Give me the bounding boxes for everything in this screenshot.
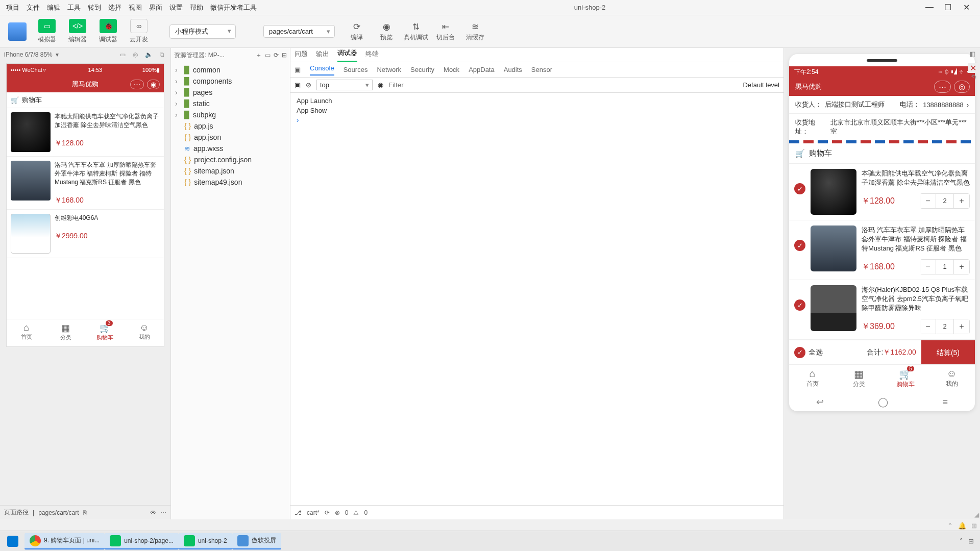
file-node[interactable]: ≋app.wxss <box>171 143 290 154</box>
debugger-button[interactable]: 🐞调试器 <box>93 19 124 44</box>
eye-icon[interactable]: 👁 <box>150 509 156 516</box>
tab-item[interactable]: ▦分类 <box>836 365 882 393</box>
realdevice-button[interactable]: ⇅真机调试 <box>401 21 431 42</box>
output-tab[interactable]: 输出 <box>316 49 329 62</box>
log-level-select[interactable]: Default level <box>743 81 779 89</box>
more-icon[interactable]: ⋯ <box>160 509 166 516</box>
target-capsule-icon[interactable]: ◎ <box>954 81 970 93</box>
decrement-button[interactable]: − <box>920 319 936 334</box>
file-node[interactable]: { }sitemap.json <box>171 165 290 177</box>
mute-icon[interactable]: ◎ <box>131 51 140 58</box>
expand-icon[interactable]: ⌃ <box>947 522 953 530</box>
copy-icon[interactable]: ⎘ <box>83 509 87 516</box>
tab-item[interactable]: 🛒购物车5 <box>882 365 928 393</box>
taskbar-item[interactable]: 傲软投屏 <box>232 533 281 549</box>
output-tab[interactable]: 问题 <box>295 49 308 62</box>
new-folder-icon[interactable]: ▭ <box>265 52 271 59</box>
tab-item[interactable]: ☺我的 <box>125 319 164 346</box>
select-all-checkbox[interactable]: ✓ <box>794 347 805 358</box>
preview-button[interactable]: ◉预览 <box>372 21 401 42</box>
output-tab[interactable]: 调试器 <box>337 48 357 62</box>
menu-capsule-icon[interactable]: ⋯ <box>130 80 144 89</box>
menu-item[interactable]: 文件 <box>27 3 40 12</box>
devtools-tab[interactable]: Audits <box>504 66 522 73</box>
increment-button[interactable]: + <box>954 194 969 208</box>
item-checkbox[interactable]: ✓ <box>794 299 805 311</box>
console-prompt[interactable]: › <box>297 115 777 125</box>
back-nav-icon[interactable]: ↩ <box>816 396 824 408</box>
file-node[interactable]: { }project.config.json <box>171 154 290 165</box>
folder-node[interactable]: ›▉pages <box>171 87 290 98</box>
window-button[interactable]: — <box>923 3 936 12</box>
tab-item[interactable]: ⌂首页 <box>7 319 46 346</box>
layout-icon[interactable]: ⊞ <box>971 522 977 530</box>
decrement-button[interactable]: − <box>920 194 936 208</box>
file-node[interactable]: { }sitemap49.json <box>171 177 290 188</box>
tab-item[interactable]: ▦分类 <box>46 319 85 346</box>
page-select[interactable]: pages/cart/cart <box>263 25 335 38</box>
branch-icon[interactable]: ⎇ <box>295 509 302 516</box>
menu-item[interactable]: 工具 <box>67 3 81 12</box>
compile-button[interactable]: ⟳编译 <box>342 21 372 42</box>
devtools-tab[interactable]: Network <box>377 66 401 73</box>
live-icon[interactable]: ◉ <box>378 81 383 89</box>
menu-item[interactable]: 设置 <box>169 3 183 12</box>
taskbar-item[interactable]: 9. 购物车页面 | uni... <box>24 533 105 549</box>
taskbar-item[interactable]: uni-shop-2 <box>179 533 232 549</box>
devtools-tab[interactable]: Mock <box>444 66 459 73</box>
menu-item[interactable]: 帮助 <box>190 3 203 12</box>
refresh-icon[interactable]: ⟳ <box>274 52 279 59</box>
cart-item[interactable]: 本驰太阳能供电车载空气净化器负离子加湿香薰 除尘去异味清洁空气黑色 ￥128.0… <box>7 108 164 157</box>
devtools-tab[interactable]: Security <box>410 66 434 73</box>
editor-button[interactable]: </>编辑器 <box>62 19 93 44</box>
menu-item[interactable]: 视图 <box>129 3 142 12</box>
resize-handle-icon[interactable]: ◢ <box>974 511 979 518</box>
rotate-icon[interactable]: ▭ <box>118 51 128 58</box>
devtools-tab[interactable]: Sources <box>344 66 368 73</box>
close-capsule-icon[interactable]: ◉ <box>147 80 160 89</box>
decrement-button[interactable]: − <box>920 260 936 274</box>
item-checkbox[interactable]: ✓ <box>794 183 805 194</box>
menu-item[interactable]: 界面 <box>149 3 162 12</box>
inspect-icon[interactable]: ▣ <box>295 81 301 89</box>
cache-button[interactable]: ≋清缓存 <box>460 21 490 42</box>
user-avatar[interactable] <box>8 22 27 41</box>
element-picker-icon[interactable]: ▣ <box>295 66 301 73</box>
folder-node[interactable]: ›▉common <box>171 64 290 76</box>
tab-item[interactable]: ⌂首页 <box>789 365 836 393</box>
item-checkbox[interactable]: ✓ <box>794 240 805 251</box>
file-node[interactable]: { }app.js <box>171 120 290 132</box>
clear-console-icon[interactable]: ⊘ <box>306 81 311 89</box>
bell-icon[interactable]: 🔔 <box>958 522 966 530</box>
recent-nav-icon[interactable]: ≡ <box>942 397 948 408</box>
menu-capsule-icon[interactable]: ⋯ <box>934 81 951 93</box>
device-select[interactable]: iPhone 6/7/8 85% <box>4 51 53 58</box>
tray-network-icon[interactable]: ⊞ <box>968 537 974 545</box>
collapse-icon[interactable]: ⊟ <box>282 52 287 59</box>
menu-item[interactable]: 转到 <box>88 3 101 12</box>
increment-button[interactable]: + <box>954 260 969 274</box>
mode-select[interactable]: 小程序模式 <box>169 24 236 39</box>
folder-node[interactable]: ›▉subpkg <box>171 109 290 120</box>
chevron-right-icon[interactable]: › <box>967 101 969 109</box>
simulator-button[interactable]: ▭模拟器 <box>32 19 62 44</box>
close-preview-icon[interactable]: ✕ <box>968 63 975 73</box>
increment-button[interactable]: + <box>954 319 969 334</box>
sound-icon[interactable]: 🔈 <box>143 51 155 58</box>
devtools-tab[interactable]: Console <box>310 64 334 76</box>
side-user-icon[interactable]: ◧ <box>969 50 975 58</box>
context-select[interactable]: top <box>316 80 373 90</box>
file-node[interactable]: { }app.json <box>171 132 290 143</box>
output-tab[interactable]: 终端 <box>365 49 379 62</box>
new-file-icon[interactable]: ＋ <box>256 51 262 60</box>
tab-item[interactable]: 🛒购物车3 <box>85 319 125 346</box>
window-button[interactable]: ✕ <box>960 3 973 12</box>
sync-icon[interactable]: ⟳ <box>325 509 330 516</box>
menu-item[interactable]: 项目 <box>6 3 19 12</box>
devtools-tab[interactable]: AppData <box>469 66 495 73</box>
cart-item[interactable]: 创维彩电40G6A ￥2999.00 <box>7 210 164 258</box>
folder-node[interactable]: ›▉components <box>171 76 290 87</box>
tray-chevron-icon[interactable]: ˄ <box>960 537 963 545</box>
menu-item[interactable]: 编辑 <box>47 3 60 12</box>
checkout-button[interactable]: 结算(5) <box>921 340 975 365</box>
